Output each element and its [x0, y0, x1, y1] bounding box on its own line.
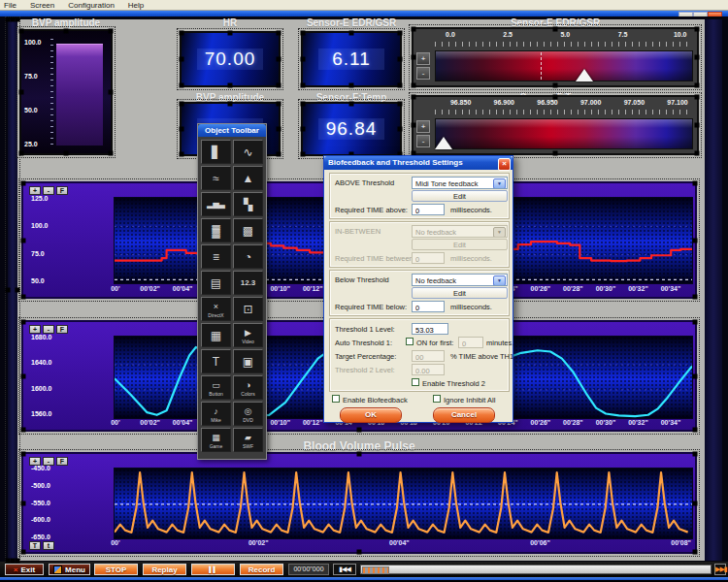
selection-handle[interactable] [695, 83, 700, 88]
mirror-image-icon-button[interactable]: ▚ [233, 192, 263, 216]
selection-handle[interactable] [301, 152, 306, 157]
selection-handle[interactable] [277, 127, 281, 132]
selection-handle[interactable] [64, 151, 69, 156]
threshold1-input[interactable] [412, 323, 448, 335]
selection-handle[interactable] [19, 90, 24, 95]
below-feedback-combo[interactable]: No feedback ▼ [412, 274, 508, 286]
selection-handle[interactable] [412, 95, 416, 100]
graph-fit-button[interactable]: F [56, 186, 68, 195]
selection-handle[interactable] [6, 288, 11, 293]
texture-pattern-icon-button[interactable]: ▩ [233, 218, 263, 242]
selection-handle[interactable] [398, 31, 403, 36]
selection-handle[interactable] [109, 29, 114, 34]
hr-numeric-display[interactable]: 70.00 [180, 31, 281, 87]
trend-graph-icon-button[interactable]: ≈ [201, 166, 231, 190]
slider-pointer[interactable] [576, 69, 593, 81]
ok-button[interactable]: OK [340, 407, 402, 423]
gsr-threshold-slider[interactable]: 0.02.55.07.510.0 + - [412, 27, 699, 87]
selection-handle[interactable] [180, 31, 184, 36]
selection-handle[interactable] [180, 152, 184, 157]
slider-plus-button[interactable]: + [416, 120, 430, 133]
selection-handle[interactable] [228, 31, 233, 36]
graph-zoom-out-button[interactable]: - [43, 186, 54, 195]
selection-handle[interactable] [21, 428, 26, 433]
enable-biofeedback-checkbox[interactable] [332, 395, 340, 403]
selection-handle[interactable] [180, 102, 184, 107]
selection-handle[interactable] [349, 83, 354, 88]
stop-button[interactable]: STOP [94, 564, 138, 575]
selection-handle[interactable] [412, 83, 416, 88]
filmstrip-icon-button[interactable]: ▦ [201, 323, 231, 347]
gsr-numeric-display[interactable]: 6.11 [301, 31, 402, 87]
selection-handle[interactable] [21, 501, 26, 505]
menu-configuration[interactable]: Configuration [68, 1, 115, 10]
slider-minus-button[interactable]: - [416, 135, 430, 147]
below-edit-button[interactable]: Edit [412, 287, 508, 299]
auto-threshold-checkbox[interactable] [406, 338, 414, 345]
selection-handle[interactable] [553, 27, 558, 32]
selection-handle[interactable] [398, 127, 403, 132]
selection-handle[interactable] [21, 373, 26, 378]
selection-handle[interactable] [553, 95, 558, 100]
menu-button[interactable]: Menu [49, 564, 90, 575]
selection-handle[interactable] [301, 127, 306, 132]
temp-numeric-display[interactable]: 96.84 [301, 102, 402, 156]
slider-minus-button[interactable]: - [416, 67, 430, 80]
chevron-down-icon[interactable]: ▼ [493, 178, 506, 189]
selection-handle[interactable] [19, 151, 24, 156]
menu-file[interactable]: File [4, 1, 17, 10]
clock-icon-button[interactable]: ◔ [233, 244, 263, 269]
slider-plus-button[interactable]: + [416, 52, 430, 65]
enable-threshold2-checkbox[interactable] [412, 378, 419, 386]
selection-handle[interactable] [412, 55, 416, 60]
chevron-down-icon[interactable]: ▼ [493, 275, 506, 286]
bar-gauge-icon-button[interactable]: ▋ [201, 140, 231, 164]
selection-handle[interactable] [277, 152, 281, 157]
selection-handle[interactable] [21, 320, 26, 325]
selection-handle[interactable] [693, 238, 698, 242]
microphone-icon-button[interactable]: ♪Mike [201, 402, 231, 426]
game-icon-button[interactable]: ▦Game [201, 428, 231, 452]
selection-handle[interactable] [277, 31, 281, 36]
line-graph-icon-button[interactable]: ∿ [233, 140, 263, 164]
spectrogram-3d-icon-button[interactable]: ▓ [201, 218, 231, 242]
slider-pointer[interactable] [435, 137, 452, 149]
selection-handle[interactable] [21, 452, 26, 457]
selection-handle[interactable] [180, 127, 184, 132]
selection-handle[interactable] [228, 102, 233, 107]
numeric-display-icon-button[interactable]: 12.3 [233, 271, 263, 295]
selection-handle[interactable] [693, 428, 698, 433]
selection-handle[interactable] [357, 550, 362, 555]
selection-handle[interactable] [64, 29, 69, 34]
selection-handle[interactable] [277, 83, 281, 88]
graph-fit-button[interactable]: F [56, 325, 68, 334]
selection-handle[interactable] [180, 83, 184, 88]
selection-handle[interactable] [228, 83, 233, 88]
selection-handle[interactable] [693, 295, 698, 300]
selection-handle[interactable] [412, 27, 416, 32]
spectrum-icon-button[interactable]: ▂▅▃ [201, 192, 231, 216]
selection-handle[interactable] [412, 123, 416, 128]
selection-handle[interactable] [695, 95, 700, 100]
selection-handle[interactable] [398, 102, 403, 107]
selection-handle[interactable] [277, 57, 281, 62]
selection-handle[interactable] [357, 452, 362, 457]
time-scale-upper-button[interactable]: T [29, 541, 41, 550]
menu-help[interactable]: Help [128, 1, 144, 10]
selection-handle[interactable] [693, 550, 698, 555]
threshold-gauge-icon-button[interactable]: ▲ [233, 166, 263, 190]
menu-screen[interactable]: Screen [30, 1, 54, 10]
selection-handle[interactable] [21, 181, 26, 186]
selection-handle[interactable] [301, 31, 306, 36]
dialog-titlebar[interactable]: Biofeedback and Threshold Settings [324, 156, 513, 170]
rewind-button[interactable]: ▮◀◀ [333, 564, 356, 575]
bvp-pulse-graph[interactable]: + - F -450.0 -500.0 -550.0 -600.0 -650.0… [21, 452, 697, 554]
selection-handle[interactable] [16, 288, 20, 293]
text-icon-button[interactable]: T [201, 349, 231, 373]
ignore-inhibit-checkbox[interactable] [433, 395, 441, 403]
selection-handle[interactable] [349, 102, 354, 107]
time-below-input[interactable] [412, 301, 445, 312]
seek-thumb[interactable] [362, 566, 389, 574]
picture-icon-button[interactable]: ▣ [233, 349, 263, 373]
selection-handle[interactable] [693, 501, 698, 505]
